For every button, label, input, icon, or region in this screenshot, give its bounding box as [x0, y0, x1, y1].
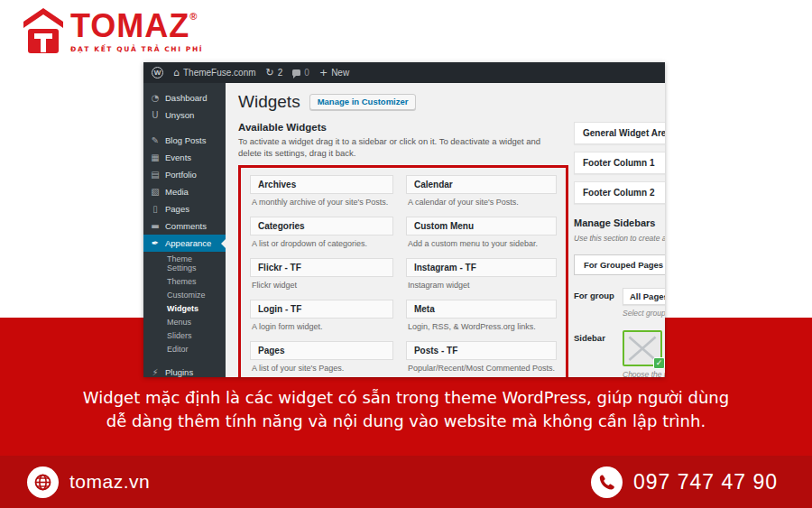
widget-name: Custom Menu: [406, 217, 557, 236]
for-group-label: For group: [574, 288, 623, 318]
wp-logo-menu[interactable]: W: [152, 67, 163, 79]
sidebar-thumbnail-selected[interactable]: ✓: [623, 330, 662, 366]
available-widgets-section: Available Widgets To activate a widget d…: [238, 122, 568, 377]
menu-label: Plugins: [165, 367, 193, 377]
sidebar-area-general[interactable]: General Widget Area: [574, 122, 665, 144]
wp-main-content: Widgets Manage in Customizer Available W…: [226, 83, 665, 377]
available-widgets-title: Available Widgets: [238, 122, 568, 133]
sidebar-label: Sidebar: [574, 330, 623, 377]
submenu-themes[interactable]: Themes: [143, 274, 226, 288]
widget-description: Login, RSS, & WordPress.org links.: [406, 319, 557, 337]
menu-item-portfolio[interactable]: ▤ Portfolio: [143, 166, 226, 183]
phone-number: 097 747 47 90: [633, 470, 778, 494]
menu-label: Unyson: [165, 110, 194, 120]
widget-card-archives[interactable]: Archives A monthly archive of your site'…: [250, 175, 393, 212]
widget-card-categories[interactable]: Categories A list or dropdown of categor…: [250, 217, 393, 254]
sidebar-hint: Choose the p: [623, 370, 665, 377]
widget-card-login[interactable]: Login - TF A login form widget.: [250, 300, 393, 337]
plus-icon: +: [319, 68, 328, 78]
for-group-row: For group All Pages Select group: [574, 288, 665, 318]
menu-label: Portfolio: [165, 170, 197, 180]
footer-phone: 097 747 47 90: [591, 466, 778, 498]
widget-card-calendar[interactable]: Calendar A calendar of your site's Posts…: [406, 175, 557, 212]
website-text: tomaz.vn: [69, 471, 150, 493]
menu-separator: [143, 356, 226, 364]
menu-item-dashboard[interactable]: ◔ Dashboard: [143, 89, 226, 106]
menu-item-pages[interactable]: ▯ Pages: [143, 200, 226, 217]
globe-icon: [27, 466, 59, 498]
footer-website: tomaz.vn: [27, 466, 150, 498]
tomaz-house-icon: [23, 8, 63, 53]
media-icon: ▧: [150, 187, 161, 197]
check-icon: ✓: [653, 357, 665, 369]
site-name: ThemeFuse.conm: [183, 68, 256, 78]
widget-description: A monthly archive of your site's Posts.: [250, 194, 393, 212]
widget-card-posts-tf[interactable]: Posts - TF Popular/Recent/Most Commented…: [406, 341, 557, 377]
calendar-icon: ▦: [150, 152, 161, 162]
unyson-icon: U: [150, 110, 161, 120]
banner-line-2: dễ dàng thêm tính năng và nội dung vào w…: [0, 410, 812, 433]
menu-label: Blog Posts: [165, 135, 206, 145]
admin-bar-site[interactable]: ⌂ ThemeFuse.conm: [173, 68, 256, 78]
submenu-editor[interactable]: Editor: [143, 342, 226, 356]
wp-admin-bar: W ⌂ ThemeFuse.conm ↻ 2 0 + New: [143, 62, 665, 83]
widget-name: Meta: [406, 300, 557, 319]
widget-card-pages[interactable]: Pages A list of your site's Pages.: [250, 341, 393, 377]
widget-description: A login form widget.: [250, 319, 393, 337]
widget-name: Archives: [250, 175, 393, 194]
posts-icon: ✎: [150, 135, 161, 145]
sidebar-area-footer-2[interactable]: Footer Column 2: [574, 181, 665, 204]
menu-item-unyson[interactable]: U Unyson: [143, 106, 226, 124]
admin-bar-new[interactable]: + New: [319, 68, 349, 78]
logo-text: TOMAZ ® ĐẠT KẾT QUẢ TRẢ CHI PHÍ: [70, 9, 203, 53]
sidebars-panel: General Widget Area Footer Column 1 Foot…: [574, 122, 665, 377]
manage-in-customizer-button[interactable]: Manage in Customizer: [309, 94, 417, 110]
registered-mark: ®: [189, 11, 197, 22]
menu-label: Events: [165, 152, 191, 162]
plugins-icon: ⚡: [150, 367, 161, 377]
widget-list-highlight-box: Archives A monthly archive of your site'…: [238, 165, 568, 377]
menu-item-plugins[interactable]: ⚡ Plugins: [143, 364, 226, 377]
widget-card-meta[interactable]: Meta Login, RSS, & WordPress.org links.: [406, 300, 557, 337]
widget-description: Popular/Recent/Most Commented Posts.: [406, 360, 557, 377]
widget-name: Instagram - TF: [406, 258, 557, 277]
admin-bar-comments[interactable]: 0: [292, 68, 309, 78]
widget-card-instagram[interactable]: Instagram - TF Instagram widget: [406, 258, 557, 295]
menu-item-blog-posts[interactable]: ✎ Blog Posts: [143, 132, 226, 149]
menu-item-comments[interactable]: ▬ Comments: [143, 217, 226, 235]
comments-icon: [292, 69, 300, 76]
group-select[interactable]: All Pages: [623, 288, 665, 305]
comments-icon: ▬: [150, 221, 161, 231]
pages-icon: ▯: [150, 204, 161, 214]
menu-item-media[interactable]: ▧ Media: [143, 183, 226, 200]
widget-name: Login - TF: [250, 300, 393, 319]
submenu-widgets[interactable]: Widgets: [143, 301, 226, 315]
widget-name: Calendar: [406, 175, 557, 194]
page-title: Widgets: [238, 92, 300, 112]
group-hint: Select group: [623, 309, 665, 318]
admin-bar-updates[interactable]: ↻ 2: [266, 68, 283, 78]
menu-item-events[interactable]: ▦ Events: [143, 149, 226, 166]
sidebar-choose-row: Sidebar ✓: [574, 330, 665, 377]
dashboard-icon: ◔: [150, 93, 161, 103]
widget-card-custom-menu[interactable]: Custom Menu Add a custom menu to your si…: [406, 217, 557, 254]
comment-count: 0: [304, 68, 309, 78]
tab-for-grouped-pages[interactable]: For Grouped Pages: [574, 254, 665, 275]
widget-card-flickr[interactable]: Flickr - TF Flickr widget: [250, 258, 393, 295]
submenu-customize[interactable]: Customize: [143, 288, 226, 301]
submenu-menus[interactable]: Menus: [143, 315, 226, 328]
submenu-theme-settings[interactable]: Theme Settings: [143, 252, 226, 274]
submenu-sliders[interactable]: Sliders: [143, 328, 226, 342]
page: TOMAZ ® ĐẠT KẾT QUẢ TRẢ CHI PHÍ Widget m…: [0, 0, 812, 508]
widget-description: A list of your site's Pages.: [250, 360, 393, 377]
wordpress-logo-icon: W: [152, 67, 163, 79]
update-count: 2: [278, 68, 283, 78]
tomaz-logo: TOMAZ ® ĐẠT KẾT QUẢ TRẢ CHI PHÍ: [23, 8, 203, 53]
sidebar-area-footer-1[interactable]: Footer Column 1: [574, 152, 665, 174]
portfolio-icon: ▤: [150, 170, 161, 180]
banner-line-1: Widget mặc định là các widget có sẵn tro…: [0, 386, 812, 410]
wp-admin-menu: ◔ Dashboard U Unyson ✎ Blog Posts ▦ Even…: [143, 83, 226, 377]
new-label: New: [331, 68, 349, 78]
menu-item-appearance[interactable]: ✒ Appearance: [143, 235, 226, 252]
widget-description: Instagram widget: [406, 277, 557, 295]
